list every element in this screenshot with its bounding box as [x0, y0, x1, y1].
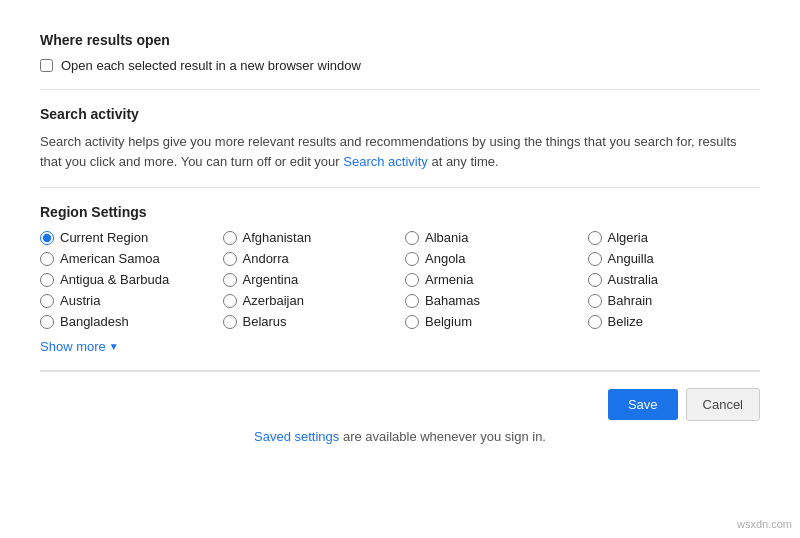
where-results-section: Where results open Open each selected re…	[40, 16, 760, 90]
search-activity-title: Search activity	[40, 106, 760, 122]
region-radio[interactable]	[40, 273, 54, 287]
region-item[interactable]: Bangladesh	[40, 314, 213, 329]
save-button[interactable]: Save	[608, 389, 678, 420]
region-label: Belarus	[243, 314, 287, 329]
region-radio[interactable]	[40, 315, 54, 329]
region-label: Argentina	[243, 272, 299, 287]
region-item[interactable]: Belize	[588, 314, 761, 329]
region-item[interactable]: Armenia	[405, 272, 578, 287]
show-more-arrow-icon: ▼	[109, 341, 119, 352]
region-item[interactable]: Algeria	[588, 230, 761, 245]
region-item[interactable]: Andorra	[223, 251, 396, 266]
search-activity-link[interactable]: Search activity	[343, 154, 428, 169]
region-label: Algeria	[608, 230, 648, 245]
region-label: Bahrain	[608, 293, 653, 308]
region-label: American Samoa	[60, 251, 160, 266]
region-item[interactable]: Current Region	[40, 230, 213, 245]
region-item[interactable]: Azerbaijan	[223, 293, 396, 308]
region-item[interactable]: Argentina	[223, 272, 396, 287]
region-radio[interactable]	[40, 231, 54, 245]
region-label: Antigua & Barbuda	[60, 272, 169, 287]
region-radio[interactable]	[40, 294, 54, 308]
region-label: Bangladesh	[60, 314, 129, 329]
search-activity-section: Search activity Search activity helps gi…	[40, 90, 760, 188]
region-radio[interactable]	[405, 315, 419, 329]
region-item[interactable]: American Samoa	[40, 251, 213, 266]
watermark: wsxdn.com	[737, 518, 792, 530]
show-more-button[interactable]: Show more ▼	[40, 339, 119, 354]
region-label: Azerbaijan	[243, 293, 304, 308]
search-activity-text-after: at any time.	[428, 154, 499, 169]
new-window-row: Open each selected result in a new brows…	[40, 58, 760, 73]
region-label: Austria	[60, 293, 100, 308]
saved-settings-text: are available whenever you sign in.	[339, 429, 546, 444]
region-radio[interactable]	[223, 252, 237, 266]
region-radio[interactable]	[588, 252, 602, 266]
region-settings-title: Region Settings	[40, 204, 760, 220]
region-item[interactable]: Angola	[405, 251, 578, 266]
where-results-title: Where results open	[40, 32, 760, 48]
region-item[interactable]: Austria	[40, 293, 213, 308]
region-radio[interactable]	[223, 294, 237, 308]
region-label: Belgium	[425, 314, 472, 329]
cancel-button[interactable]: Cancel	[686, 388, 760, 421]
new-window-checkbox[interactable]	[40, 59, 53, 72]
search-activity-description: Search activity helps give you more rele…	[40, 132, 760, 171]
region-radio[interactable]	[405, 252, 419, 266]
region-item[interactable]: Afghanistan	[223, 230, 396, 245]
region-label: Armenia	[425, 272, 473, 287]
saved-settings-note: Saved settings are available whenever yo…	[40, 429, 760, 454]
footer-buttons: Save Cancel	[40, 372, 760, 429]
region-radio[interactable]	[405, 231, 419, 245]
region-item[interactable]: Antigua & Barbuda	[40, 272, 213, 287]
region-radio[interactable]	[405, 273, 419, 287]
region-item[interactable]: Belgium	[405, 314, 578, 329]
region-radio[interactable]	[405, 294, 419, 308]
region-item[interactable]: Albania	[405, 230, 578, 245]
region-item[interactable]: Anguilla	[588, 251, 761, 266]
region-radio[interactable]	[223, 273, 237, 287]
region-item[interactable]: Bahrain	[588, 293, 761, 308]
region-label: Afghanistan	[243, 230, 312, 245]
region-item[interactable]: Australia	[588, 272, 761, 287]
region-label: Bahamas	[425, 293, 480, 308]
region-radio[interactable]	[588, 273, 602, 287]
new-window-label: Open each selected result in a new brows…	[61, 58, 361, 73]
region-label: Australia	[608, 272, 659, 287]
region-item[interactable]: Bahamas	[405, 293, 578, 308]
region-radio[interactable]	[588, 315, 602, 329]
region-label: Albania	[425, 230, 468, 245]
region-label: Andorra	[243, 251, 289, 266]
region-radio[interactable]	[588, 231, 602, 245]
region-label: Belize	[608, 314, 643, 329]
region-radio[interactable]	[223, 315, 237, 329]
show-more-label: Show more	[40, 339, 106, 354]
region-label: Angola	[425, 251, 465, 266]
region-label: Current Region	[60, 230, 148, 245]
saved-settings-link[interactable]: Saved settings	[254, 429, 339, 444]
region-radio[interactable]	[40, 252, 54, 266]
region-label: Anguilla	[608, 251, 654, 266]
region-settings-section: Region Settings Current RegionAfghanista…	[40, 188, 760, 371]
region-grid: Current RegionAfghanistanAlbaniaAlgeriaA…	[40, 230, 760, 329]
region-radio[interactable]	[588, 294, 602, 308]
region-radio[interactable]	[223, 231, 237, 245]
region-item[interactable]: Belarus	[223, 314, 396, 329]
